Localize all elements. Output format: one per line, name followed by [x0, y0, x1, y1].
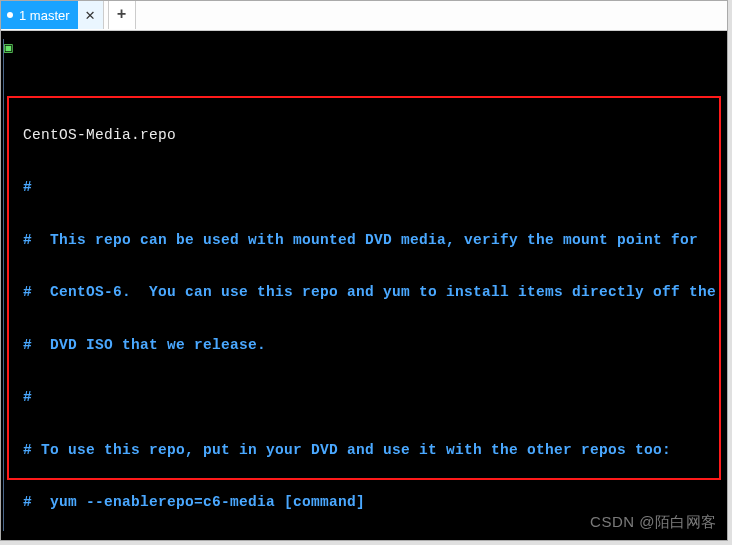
bookmark-icon: ▣ [4, 40, 12, 58]
window: 1 master ✕ + ▣ CentOS-Media.repo # # Thi… [0, 0, 728, 541]
file-title: CentOS-Media.repo [23, 127, 727, 145]
tab-close-button[interactable]: ✕ [78, 1, 104, 29]
tab-bar: 1 master ✕ + [1, 1, 727, 31]
comment-line: # DVD ISO that we release. [23, 337, 727, 355]
close-icon: ✕ [85, 5, 95, 25]
tab-label: 1 master [19, 8, 70, 23]
gutter: ▣ [1, 39, 19, 540]
comment-line: # [23, 179, 727, 197]
editor-content: CentOS-Media.repo # # This repo can be u… [23, 92, 727, 546]
comment-line: # CentOS-6. You can use this repo and yu… [23, 284, 727, 302]
comment-line: # yum --enablerepo=c6-media [command] [23, 494, 727, 512]
tab-master[interactable]: 1 master [1, 1, 78, 29]
tab-indicator-icon [7, 12, 13, 18]
comment-line: # [23, 389, 727, 407]
comment-line: # This repo can be used with mounted DVD… [23, 232, 727, 250]
plus-icon: + [117, 6, 127, 24]
new-tab-button[interactable]: + [108, 1, 136, 29]
terminal-viewport[interactable]: ▣ CentOS-Media.repo # # This repo can be… [1, 31, 727, 540]
comment-line: # To use this repo, put in your DVD and … [23, 442, 727, 460]
